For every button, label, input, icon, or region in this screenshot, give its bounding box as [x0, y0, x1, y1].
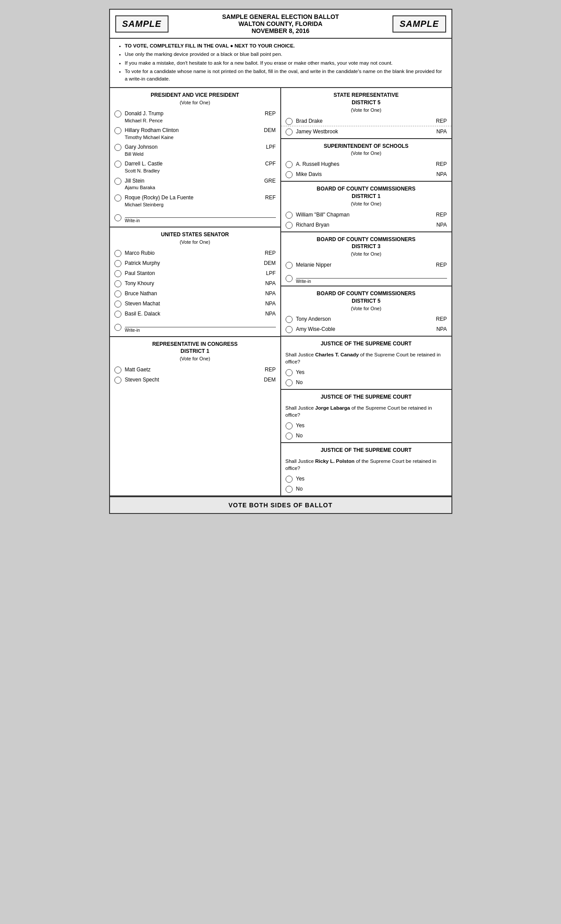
president-writein-oval[interactable] [114, 214, 121, 221]
right-column: STATE REPRESENTATIVE DISTRICT 5 (Vote fo… [281, 88, 451, 495]
stein-name: Jill Stein Ajamu Baraka [125, 177, 258, 191]
stanton-oval[interactable] [114, 270, 121, 277]
specht-oval[interactable] [114, 377, 121, 384]
senator-title: UNITED STATES SENATOR [161, 231, 229, 238]
trump-oval[interactable] [114, 110, 121, 117]
bryan-oval[interactable] [286, 222, 293, 229]
nipper-oval[interactable] [286, 262, 293, 269]
nathan-party: NPA [258, 290, 276, 297]
superintendent-header: SUPERINTENDENT OF SCHOOLS (Vote for One) [281, 139, 451, 159]
footer-label: VOTE BOTH SIDES OF BALLOT [228, 502, 333, 509]
bcc-d5-header: BOARD OF COUNTY COMMISSIONERS DISTRICT 5… [281, 286, 451, 314]
justice1-yes-oval[interactable] [286, 369, 293, 376]
johnson-oval[interactable] [114, 144, 121, 151]
rep-congress-section: REPRESENTATIVE IN CONGRESS DISTRICT 1 (V… [110, 337, 280, 390]
candidate-chapman: William "Bill" Chapman REP [281, 209, 451, 220]
wise-coble-oval[interactable] [286, 326, 293, 333]
ballot: SAMPLE SAMPLE GENERAL ELECTION BALLOT WA… [109, 9, 452, 514]
instructions: TO VOTE, COMPLETELY FILL IN THE OVAL ● N… [110, 39, 451, 88]
president-writein-wrap: Write-in [125, 212, 276, 223]
justice3-no-oval[interactable] [286, 486, 293, 493]
stanton-name: Paul Stanton [125, 270, 258, 277]
instruction-2: Use only the marking device provided or … [125, 51, 445, 58]
bcc-d3-writein-oval[interactable] [286, 275, 293, 282]
nipper-name: Melanie Nipper [296, 261, 429, 269]
candidate-hughes: A. Russell Hughes REP [281, 159, 451, 169]
castle-name: Darrell L. Castle Scott N. Bradley [125, 160, 258, 174]
bcc-d5-district: DISTRICT 5 [352, 298, 380, 304]
justice3-no: No [281, 484, 451, 494]
bcc-d3-writein-label: Write-in [296, 279, 447, 284]
president-vote-for: (Vote for One) [180, 100, 210, 105]
trump-party: REP [258, 110, 276, 117]
castle-oval[interactable] [114, 161, 121, 168]
nathan-name: Bruce Nathan [125, 290, 258, 297]
superintendent-section: SUPERINTENDENT OF SCHOOLS (Vote for One)… [281, 139, 451, 182]
dalack-oval[interactable] [114, 311, 121, 318]
chapman-party: REP [429, 211, 447, 218]
specht-party: DEM [258, 376, 276, 383]
state-rep-title: STATE REPRESENTATIVE [334, 92, 399, 98]
president-write-in: Write-in [110, 209, 280, 225]
khoury-name: Tony Khoury [125, 280, 258, 287]
justice2-prefix: Shall Justice [286, 405, 315, 411]
rubio-oval[interactable] [114, 250, 121, 257]
wise-coble-name: Amy Wise-Coble [296, 326, 429, 333]
rubio-name: Marco Rubio [125, 249, 258, 257]
candidate-nipper: Melanie Nipper REP [281, 260, 451, 270]
candidate-westbrook: Jamey Westbrook NPA [281, 126, 451, 136]
nathan-oval[interactable] [114, 290, 121, 297]
khoury-oval[interactable] [114, 280, 121, 287]
justice2-yes-oval[interactable] [286, 422, 293, 429]
justice2-no-oval[interactable] [286, 433, 293, 440]
rep-congress-district: DISTRICT 1 [180, 348, 209, 354]
candidate-specht: Steven Specht DEM [110, 374, 280, 385]
justice1-no-oval[interactable] [286, 379, 293, 386]
state-rep-header: STATE REPRESENTATIVE DISTRICT 5 (Vote fo… [281, 88, 451, 115]
clinton-oval[interactable] [114, 127, 121, 134]
instruction-3: If you make a mistake, don't hesitate to… [125, 59, 445, 67]
drake-oval[interactable] [286, 118, 293, 125]
justice3-no-label: No [296, 485, 447, 493]
superintendent-title: SUPERINTENDENT OF SCHOOLS [324, 143, 409, 149]
candidate-clinton: Hillary Rodham Clinton Timothy Michael K… [110, 125, 280, 142]
candidate-wise-coble: Amy Wise-Coble NPA [281, 324, 451, 334]
wise-coble-party: NPA [429, 326, 447, 332]
senator-write-in: Write-in [110, 319, 280, 334]
hughes-party: REP [429, 161, 447, 167]
instruction-4: To vote for a candidate whose name is no… [125, 68, 445, 83]
state-rep-vote-for: (Vote for One) [351, 107, 381, 113]
gaetz-oval[interactable] [114, 367, 121, 374]
candidate-dalack: Basil E. Dalack NPA [110, 308, 280, 319]
roque-name: Roque (Rocky) De La Fuente Michael Stein… [125, 194, 258, 208]
trump-name: Donald J. Trump Michael R. Pence [125, 110, 258, 124]
chapman-oval[interactable] [286, 212, 293, 219]
roque-oval[interactable] [114, 194, 121, 202]
drake-party: REP [429, 117, 447, 124]
candidate-drake: Brad Drake REP [281, 116, 451, 126]
superintendent-vote-for: (Vote for One) [351, 150, 381, 156]
candidate-murphy: Patrick Murphy DEM [110, 258, 280, 268]
stein-oval[interactable] [114, 178, 121, 185]
anderson-name: Tony Anderson [296, 315, 429, 323]
justice1-name: Charles T. Canady [315, 352, 359, 357]
senator-vote-for: (Vote for One) [180, 239, 210, 245]
justice2-no-label: No [296, 432, 447, 440]
westbrook-oval[interactable] [286, 128, 293, 136]
hughes-oval[interactable] [286, 161, 293, 168]
justice3-header: JUSTICE OF THE SUPREME COURT [281, 443, 451, 456]
justice3-yes-oval[interactable] [286, 476, 293, 483]
senator-writein-oval[interactable] [114, 324, 121, 331]
sample-box-left: SAMPLE [115, 15, 169, 33]
westbrook-name: Jamey Westbrook [296, 128, 429, 136]
main-content: PRESIDENT AND VICE PRESIDENT (Vote for O… [110, 88, 451, 496]
murphy-oval[interactable] [114, 260, 121, 267]
machat-oval[interactable] [114, 301, 121, 308]
bcc-d1-section: BOARD OF COUNTY COMMISSIONERS DISTRICT 1… [281, 182, 451, 232]
anderson-oval[interactable] [286, 316, 293, 323]
bcc-d5-section: BOARD OF COUNTY COMMISSIONERS DISTRICT 5… [281, 286, 451, 337]
davis-oval[interactable] [286, 171, 293, 178]
justice2-yes: Yes [281, 420, 451, 430]
president-header: PRESIDENT AND VICE PRESIDENT (Vote for O… [110, 88, 280, 108]
bryan-party: NPA [429, 221, 447, 228]
